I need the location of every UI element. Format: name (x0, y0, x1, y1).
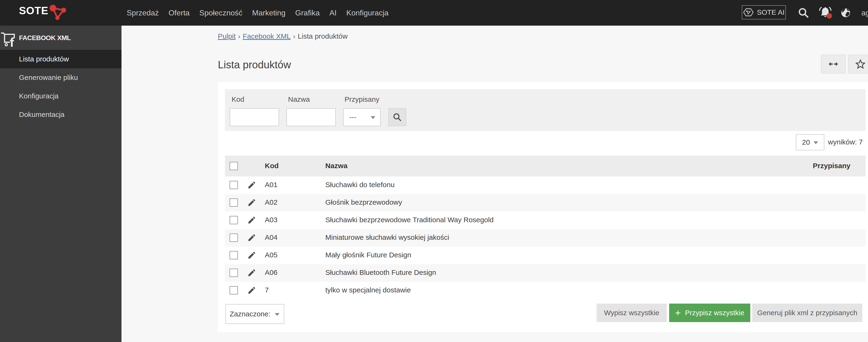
svg-text:f: f (10, 35, 14, 47)
